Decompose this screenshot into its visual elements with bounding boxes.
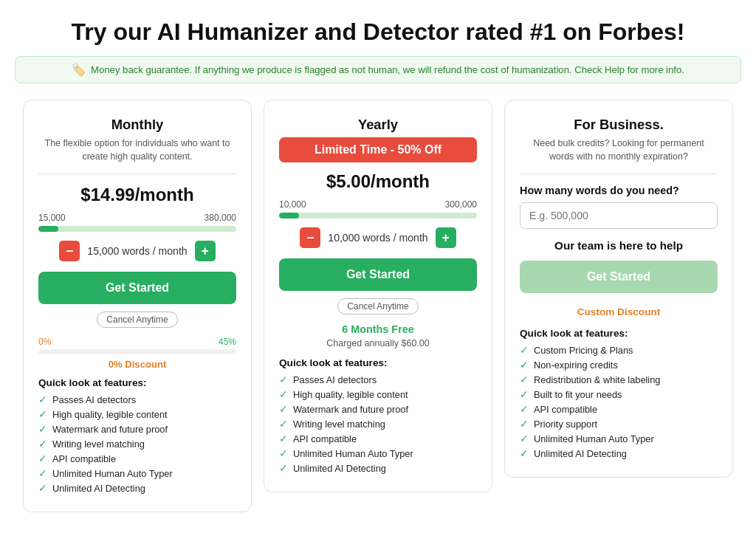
yearly-word-count: 10,000 words / month [328, 232, 427, 244]
monthly-title: Monthly [38, 117, 236, 133]
check-icon: ✓ [38, 408, 47, 420]
yearly-range-labels: 10,000 300,000 [279, 199, 477, 210]
list-item: ✓ API compatible [520, 403, 718, 415]
list-item: ✓ Passes AI detectors [38, 393, 236, 405]
charged-annually-text: Charged annually $60.00 [279, 338, 477, 348]
list-item: ✓ Unlimited AI Detecting [279, 462, 477, 474]
monthly-features-list: ✓ Passes AI detectors ✓ High quality, le… [38, 393, 236, 494]
yearly-features-list: ✓ Passes AI detectors ✓ High quality, le… [279, 374, 477, 474]
yearly-slider-track[interactable] [279, 213, 477, 219]
list-item: ✓ Passes AI detectors [279, 374, 477, 385]
monthly-slider-track[interactable] [38, 226, 236, 232]
yearly-card: Yearly Limited Time - 50% Off $5.00/mont… [264, 100, 492, 492]
yearly-range-min: 10,000 [279, 199, 306, 210]
check-icon: ✓ [520, 403, 529, 415]
check-icon: ✓ [38, 467, 47, 479]
monthly-subtitle: The flexible option for individuals who … [38, 137, 236, 163]
yearly-get-started-button[interactable]: Get Started [279, 258, 477, 291]
check-icon: ✓ [520, 344, 529, 356]
list-item: ✓ High quality, legible content [279, 388, 477, 400]
list-item: ✓ API compatible [38, 453, 236, 464]
monthly-word-count-row: − 15,000 words / month + [38, 241, 236, 261]
monthly-minus-button[interactable]: − [59, 241, 80, 261]
list-item: ✓ Priority support [520, 418, 718, 430]
monthly-plus-button[interactable]: + [195, 241, 216, 261]
page-title: Try our AI Humanizer and Detector rated … [15, 18, 741, 46]
yearly-plus-button[interactable]: + [436, 227, 456, 248]
list-item: ✓ Non-expiring credits [520, 359, 718, 371]
monthly-discount-text: 0% Discount [38, 359, 236, 370]
guarantee-text: Money back guarantee. If anything we pro… [91, 64, 684, 75]
monthly-range-labels: 15,000 380,000 [38, 213, 236, 223]
words-input[interactable] [520, 202, 718, 229]
business-title: For Business. [520, 117, 718, 133]
check-icon: ✓ [520, 359, 529, 371]
check-icon: ✓ [279, 403, 288, 415]
list-item: ✓ Unlimited AI Detecting [38, 482, 236, 494]
check-icon: ✓ [38, 393, 47, 405]
business-card: For Business. Need bulk credits? Looking… [504, 100, 733, 478]
check-icon: ✓ [520, 447, 529, 459]
yearly-word-count-row: − 10,000 words / month + [279, 227, 477, 248]
monthly-features-title: Quick look at features: [38, 377, 236, 388]
check-icon: ✓ [279, 418, 288, 430]
tag-icon: 🏷️ [72, 63, 86, 77]
monthly-cancel-anytime: Cancel Anytime [38, 312, 236, 328]
list-item: ✓ Unlimited AI Detecting [520, 447, 718, 459]
yearly-cancel-anytime: Cancel Anytime [279, 298, 477, 314]
team-help-text: Our team is here to help [520, 239, 718, 252]
yearly-minus-button[interactable]: − [300, 227, 320, 248]
list-item: ✓ Watermark and future proof [279, 403, 477, 415]
list-item: ✓ Unlimited Human Auto Typer [38, 467, 236, 479]
list-item: ✓ API compatible [279, 433, 477, 444]
monthly-slider-fill [38, 226, 58, 232]
business-subtitle: Need bulk credits? Looking for permanent… [520, 137, 718, 163]
monthly-range-min: 15,000 [38, 213, 66, 223]
monthly-discount-track [38, 349, 236, 354]
list-item: ✓ Custom Pricing & Plans [520, 344, 718, 356]
yearly-range-max: 300,000 [445, 199, 477, 210]
list-item: ✓ Built to fit your needs [520, 388, 718, 400]
check-icon: ✓ [38, 438, 47, 450]
list-item: ✓ Writing level matching [38, 438, 236, 450]
yearly-price: $5.00/month [279, 171, 477, 192]
check-icon: ✓ [279, 374, 288, 385]
limited-time-badge: Limited Time - 50% Off [279, 137, 477, 162]
check-icon: ✓ [279, 388, 288, 400]
monthly-range-max: 380,000 [205, 213, 236, 223]
business-features-title: Quick look at features: [520, 328, 718, 339]
how-many-label: How many words do you need? [520, 185, 718, 196]
check-icon: ✓ [38, 453, 47, 464]
monthly-word-count: 15,000 words / month [87, 245, 187, 257]
monthly-discount-bar: 0% 45% 0% Discount [38, 337, 236, 370]
list-item: ✓ Unlimited Human Auto Typer [279, 447, 477, 459]
check-icon: ✓ [520, 433, 529, 444]
check-icon: ✓ [38, 423, 47, 435]
cards-row: Monthly The flexible option for individu… [15, 100, 741, 512]
monthly-discount-left: 0% [38, 337, 51, 347]
business-get-started-button[interactable]: Get Started [520, 261, 718, 293]
list-item: ✓ Redistribution & white labeling [520, 374, 718, 385]
list-item: ✓ High quality, legible content [38, 408, 236, 420]
monthly-get-started-button[interactable]: Get Started [38, 272, 236, 304]
check-icon: ✓ [520, 418, 529, 430]
list-item: ✓ Writing level matching [279, 418, 477, 430]
yearly-slider-fill [279, 213, 299, 219]
check-icon: ✓ [38, 482, 47, 494]
months-free-text: 6 Months Free [279, 323, 477, 335]
monthly-discount-right: 45% [219, 337, 236, 347]
monthly-price: $14.99/month [38, 185, 236, 205]
check-icon: ✓ [279, 462, 288, 474]
custom-discount-link[interactable]: Custom Discount [520, 306, 718, 317]
yearly-features-title: Quick look at features: [279, 357, 477, 368]
check-icon: ✓ [279, 433, 288, 444]
list-item: ✓ Watermark and future proof [38, 423, 236, 435]
check-icon: ✓ [279, 447, 288, 459]
list-item: ✓ Unlimited Human Auto Typer [520, 433, 718, 444]
monthly-card: Monthly The flexible option for individu… [23, 100, 252, 512]
check-icon: ✓ [520, 388, 529, 400]
guarantee-bar: 🏷️ Money back guarantee. If anything we … [15, 56, 741, 83]
check-icon: ✓ [520, 374, 529, 385]
yearly-title: Yearly [279, 117, 477, 133]
business-features-list: ✓ Custom Pricing & Plans ✓ Non-expiring … [520, 344, 718, 459]
